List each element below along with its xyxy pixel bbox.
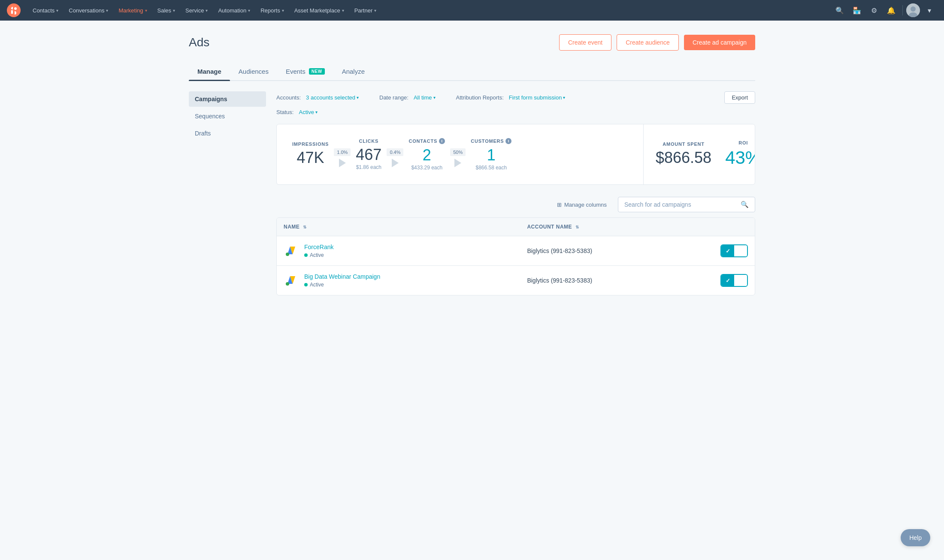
attribution-dropdown[interactable]: First form submission ▾ [509,94,566,101]
svg-point-1 [14,7,17,10]
metric-impressions: IMPRESSIONS 47K [292,142,329,167]
contacts-info-icon[interactable]: i [439,138,445,144]
search-button[interactable]: 🔍 [832,3,847,18]
top-navigation: Contacts ▾ Conversations ▾ Marketing ▾ S… [0,0,944,21]
status-badge-2: Active [304,282,380,288]
toggle-off-2 [734,275,747,286]
status-badge-1: Active [304,252,333,258]
sidebar: Campaigns Sequences Drafts [189,91,266,295]
toggle-check-icon-1: ✓ [726,248,730,254]
automation-chevron-icon: ▾ [248,8,250,13]
pct-contacts-customers: 50% [450,148,466,156]
main-container: Ads Create event Create audience Create … [172,21,772,309]
metrics-card: IMPRESSIONS 47K 1.0% CLICKS 46 [276,124,755,185]
metric-customers: CUSTOMERS i 1 $866.58 each [471,138,511,171]
partner-chevron-icon: ▾ [374,8,376,13]
main-panel: Accounts: 3 accounts selected ▾ Date ran… [276,91,755,295]
arrow-shape-icon [339,159,346,167]
nav-items: Contacts ▾ Conversations ▾ Marketing ▾ S… [27,0,832,21]
hubspot-logo[interactable] [7,3,21,17]
table-row: Big Data Webinar Campaign Active [277,266,755,295]
arrow-shape-3-icon [454,159,461,167]
roi-value: 43% [725,149,755,167]
sidebar-item-sequences[interactable]: Sequences [189,108,266,124]
topnav-right-actions: 🔍 🏪 ⚙ 🔔 ▾ [832,3,937,18]
impressions-value: 47K [297,150,324,166]
table-controls: ⊞ Manage columns 🔍 [276,197,755,212]
filters-row-2: Status: Active ▾ [276,109,755,115]
marketing-chevron-icon: ▾ [145,8,147,13]
metric-contacts: CONTACTS i 2 $433.29 each [408,138,445,171]
table: NAME ⇅ ACCOUNT NAME ⇅ [277,218,755,295]
settings-button[interactable]: ⚙ [866,3,882,18]
search-input[interactable] [624,201,736,208]
service-chevron-icon: ▾ [206,8,208,13]
svg-point-8 [286,253,289,256]
status-dot-2 [304,283,308,286]
status-chevron-icon: ▾ [315,110,318,114]
customers-sub: $866.58 each [475,165,507,171]
notifications-button[interactable]: 🔔 [883,3,899,18]
tab-events[interactable]: Events NEW [277,63,333,80]
customers-info-icon[interactable]: i [505,138,511,144]
nav-marketing[interactable]: Marketing ▾ [113,0,152,21]
manage-columns-button[interactable]: ⊞ Manage columns [553,199,611,211]
campaign-toggle-2[interactable]: ✓ [720,274,748,287]
nav-asset-marketplace[interactable]: Asset Marketplace ▾ [289,0,349,21]
pct-impressions-clicks: 1.0% [334,148,351,156]
account-name-cell-2: Biglytics (991-823-5383) ✓ [520,266,755,295]
nav-sales[interactable]: Sales ▾ [152,0,181,21]
attribution-label: Attribution Reports: [456,94,504,101]
nav-partner[interactable]: Partner ▾ [349,0,382,21]
arrow-impressions-clicks: 1.0% [334,148,351,167]
contacts-chevron-icon: ▾ [56,8,58,13]
create-event-button[interactable]: Create event [559,34,611,51]
tab-analyze[interactable]: Analyze [333,63,373,80]
table-body: ForceRank Active [277,236,755,295]
nav-reports[interactable]: Reports ▾ [255,0,289,21]
status-dropdown[interactable]: Active ▾ [299,109,317,115]
account-name-cell-1: Biglytics (991-823-5383) ✓ [520,236,755,266]
user-avatar[interactable] [906,3,920,17]
nav-contacts[interactable]: Contacts ▾ [27,0,64,21]
page-title: Ads [189,36,209,49]
conversations-chevron-icon: ▾ [106,8,108,13]
svg-point-12 [286,282,289,286]
profile-chevron-icon[interactable]: ▾ [922,3,937,18]
toggle-check-icon-2: ✓ [726,277,730,284]
campaign-toggle-1[interactable]: ✓ [720,244,748,257]
accounts-chevron-icon: ▾ [357,95,359,100]
filters-row-1: Accounts: 3 accounts selected ▾ Date ran… [276,91,755,104]
export-button[interactable]: Export [724,91,755,104]
metric-roi: ROI 43% [725,140,755,169]
asset-marketplace-chevron-icon: ▾ [342,8,344,13]
campaign-name-link-1[interactable]: ForceRank [304,244,333,250]
nav-conversations[interactable]: Conversations ▾ [64,0,113,21]
date-range-chevron-icon: ▾ [433,95,436,100]
sidebar-item-drafts[interactable]: Drafts [189,126,266,141]
create-campaign-button[interactable]: Create ad campaign [684,35,755,50]
date-range-dropdown[interactable]: All time ▾ [414,94,436,101]
table-row: ForceRank Active [277,236,755,266]
accounts-dropdown[interactable]: 3 accounts selected ▾ [306,94,359,101]
create-audience-button[interactable]: Create audience [617,34,679,51]
page-header: Ads Create event Create audience Create … [189,34,755,51]
nav-service[interactable]: Service ▾ [180,0,213,21]
nav-automation[interactable]: Automation ▾ [213,0,255,21]
svg-point-0 [7,3,21,17]
toggle-off-1 [734,245,747,256]
name-sort-icon[interactable]: ⇅ [303,225,307,229]
tabs-bar: Manage Audiences Events NEW Analyze [189,63,755,81]
svg-point-3 [911,6,916,12]
tab-manage[interactable]: Manage [189,63,230,80]
sidebar-item-campaigns[interactable]: Campaigns [189,91,266,107]
events-new-badge: NEW [309,68,325,75]
arrow-contacts-customers: 50% [450,148,466,167]
tab-audiences[interactable]: Audiences [230,63,277,80]
clicks-value: 467 [356,147,381,163]
campaign-name-link-2[interactable]: Big Data Webinar Campaign [304,273,380,280]
marketplace-button[interactable]: 🏪 [849,3,865,18]
account-sort-icon[interactable]: ⇅ [575,225,579,229]
metric-amount-spent: AMOUNT SPENT $866.58 [656,142,711,167]
reports-chevron-icon: ▾ [282,8,284,13]
